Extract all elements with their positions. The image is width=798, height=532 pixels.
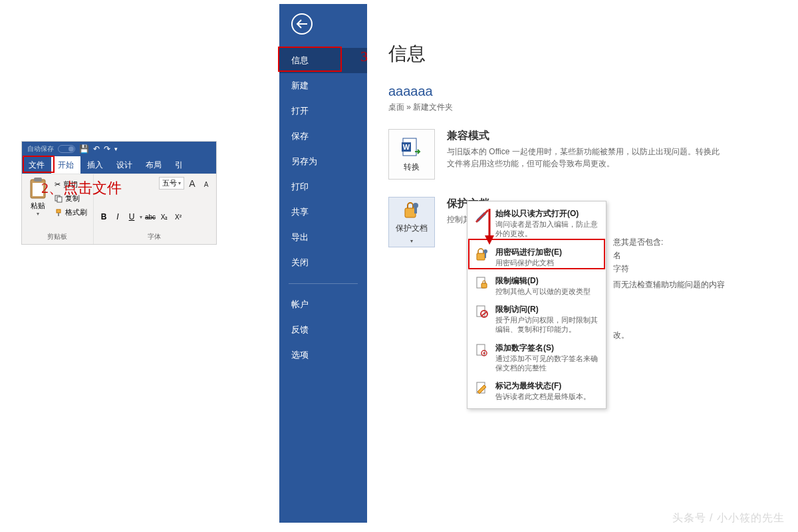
- font-size-select[interactable]: 五号 ▾: [159, 177, 184, 190]
- svg-rect-1: [34, 178, 42, 182]
- svg-rect-10: [405, 208, 416, 217]
- bold-button[interactable]: B: [98, 211, 110, 223]
- copy-label: 复制: [65, 194, 80, 203]
- dropdown-desc: 告诉读者此文档是最终版本。: [495, 392, 591, 401]
- autosave-toggle[interactable]: [58, 145, 75, 153]
- hidden-text-3: 字符: [613, 263, 629, 275]
- qat-dropdown-icon[interactable]: ▾: [114, 146, 118, 152]
- tab-insert[interactable]: 插入: [80, 156, 110, 174]
- ribbon-tabs: 文件 开始 插入 设计 布局 引: [22, 156, 216, 174]
- backstage-panel: 信息 新建 打开 保存 另存为 打印 共享 导出 关闭 帐户 反馈 选项 信息 …: [279, 4, 791, 523]
- save-icon[interactable]: 💾: [79, 144, 89, 154]
- svg-rect-16: [485, 253, 486, 258]
- svg-rect-14: [477, 253, 485, 260]
- convert-label: 转换: [404, 162, 420, 173]
- dropdown-title: 始终以只读方式打开(O): [495, 208, 599, 219]
- font-group-label: 字体: [92, 232, 216, 241]
- svg-rect-4: [57, 197, 62, 202]
- protect-label: 保护文档: [396, 223, 428, 234]
- sidebar-item-save[interactable]: 保存: [279, 124, 367, 149]
- tab-home[interactable]: 开始: [51, 156, 80, 174]
- convert-button[interactable]: W 转换: [388, 129, 435, 180]
- convert-icon: W: [400, 136, 423, 159]
- dropdown-title: 标记为最终状态(F): [495, 380, 591, 392]
- tab-layout[interactable]: 布局: [139, 156, 168, 174]
- clipboard-group-label: 剪贴板: [22, 232, 92, 241]
- sidebar-item-options[interactable]: 选项: [279, 342, 367, 368]
- page-title: 信息: [388, 41, 770, 66]
- sidebar-item-info[interactable]: 信息: [279, 48, 367, 73]
- copy-icon: [55, 195, 63, 203]
- chevron-down-icon: ▾: [178, 180, 181, 186]
- chevron-down-icon: ▾: [410, 238, 413, 244]
- underline-button[interactable]: U: [126, 211, 138, 223]
- dropdown-item-restrict-access[interactable]: 限制访问(R) 授予用户访问权限，同时限制其编辑、复制和打印能力。: [467, 300, 606, 338]
- title-bar: 自动保存 💾 ↶ ↷ ▾: [22, 142, 216, 156]
- lock-key-icon: [401, 200, 422, 220]
- format-painter-button[interactable]: 格式刷: [53, 206, 89, 219]
- paste-icon: [29, 177, 47, 200]
- backstage-sidebar: 信息 新建 打开 保存 另存为 打印 共享 导出 关闭 帐户 反馈 选项: [279, 4, 367, 523]
- dropdown-item-readonly[interactable]: 始终以只读方式打开(O) 询问读者是否加入编辑，防止意外的更改。: [467, 204, 606, 243]
- strikethrough-button[interactable]: abc: [144, 211, 156, 223]
- word-ribbon-window: 自动保存 💾 ↶ ↷ ▾ 文件 开始 插入 设计 布局 引 粘贴 ▾: [21, 141, 217, 245]
- dropdown-item-final[interactable]: 标记为最终状态(F) 告诉读者此文档是最终版本。: [467, 376, 606, 405]
- dropdown-desc: 控制其他人可以做的更改类型: [495, 287, 591, 296]
- svg-rect-18: [481, 283, 487, 288]
- underline-dropdown-icon[interactable]: ▾: [140, 214, 142, 220]
- restrict-access-icon: [474, 304, 490, 320]
- sidebar-item-feedback[interactable]: 反馈: [279, 317, 367, 342]
- tab-file[interactable]: 文件: [22, 156, 51, 174]
- brush-icon: [55, 209, 63, 217]
- superscript-button[interactable]: X²: [172, 211, 184, 223]
- copy-button[interactable]: 复制: [53, 192, 89, 205]
- autosave-label: 自动保存: [27, 144, 54, 154]
- dropdown-item-signature[interactable]: 添加数字签名(S) 通过添加不可见的数字签名来确保文档的完整性: [467, 338, 606, 377]
- dropdown-title: 限制编辑(D): [495, 275, 591, 287]
- dropdown-title: 用密码进行加密(E): [495, 247, 562, 258]
- svg-line-13: [476, 210, 488, 222]
- sidebar-item-export[interactable]: 导出: [279, 225, 367, 250]
- tab-references[interactable]: 引: [168, 156, 190, 174]
- dropdown-desc: 用密码保护此文档: [495, 258, 562, 267]
- sidebar-item-open[interactable]: 打开: [279, 98, 367, 124]
- format-painter-label: 格式刷: [65, 207, 87, 217]
- final-icon: [474, 380, 490, 396]
- undo-icon[interactable]: ↶: [93, 144, 100, 154]
- cut-label: 剪切: [63, 180, 78, 190]
- sidebar-item-new[interactable]: 新建: [279, 73, 367, 98]
- dropdown-title: 限制访问(R): [495, 304, 599, 315]
- backstage-content: 信息 aaaaaa 桌面 » 新建文件夹 W 转换 兼容模式 与旧版本的 Off…: [367, 4, 791, 523]
- dropdown-desc: 询问读者是否加入编辑，防止意外的更改。: [495, 219, 599, 239]
- svg-rect-12: [414, 207, 417, 213]
- sidebar-item-print[interactable]: 打印: [279, 174, 367, 200]
- protect-document-button[interactable]: 保护文档 ▾: [388, 197, 435, 247]
- redo-icon[interactable]: ↷: [104, 144, 110, 154]
- document-name: aaaaaa: [388, 84, 770, 99]
- shrink-font-button[interactable]: A: [200, 179, 212, 191]
- cut-button[interactable]: ✂ 剪切: [53, 178, 89, 191]
- font-size-value: 五号: [162, 178, 177, 188]
- hidden-text-2: 名: [613, 250, 621, 261]
- sidebar-item-save-as[interactable]: 另存为: [279, 149, 367, 174]
- signature-icon: [474, 342, 490, 358]
- compat-title: 兼容模式: [447, 129, 726, 143]
- hidden-text-4: 而无法检查辅助功能问题的内容: [613, 279, 725, 291]
- watermark-text: 头条号 / 小小筱的先生: [672, 511, 785, 525]
- italic-button[interactable]: I: [112, 211, 124, 223]
- subscript-button[interactable]: X₂: [158, 211, 170, 223]
- compat-row: W 转换 兼容模式 与旧版本的 Office 一起使用时，某些新功能被禁用，以防…: [388, 129, 770, 180]
- tab-design[interactable]: 设计: [110, 156, 139, 174]
- svg-point-24: [483, 352, 485, 354]
- svg-text:W: W: [403, 143, 410, 151]
- compat-desc: 与旧版本的 Office 一起使用时，某些新功能被禁用，以防止出现问题。转换此文…: [447, 146, 726, 170]
- sidebar-item-share[interactable]: 共享: [279, 200, 367, 225]
- back-arrow-icon: [296, 19, 308, 29]
- dropdown-item-restrict-edit[interactable]: 限制编辑(D) 控制其他人可以做的更改类型: [467, 271, 606, 300]
- sidebar-item-account[interactable]: 帐户: [279, 292, 367, 317]
- dropdown-item-encrypt[interactable]: 用密码进行加密(E) 用密码保护此文档: [467, 243, 606, 271]
- back-button[interactable]: [291, 13, 313, 35]
- sidebar-item-close[interactable]: 关闭: [279, 250, 367, 275]
- cut-icon: ✂: [55, 180, 61, 189]
- grow-font-button[interactable]: A: [186, 178, 198, 190]
